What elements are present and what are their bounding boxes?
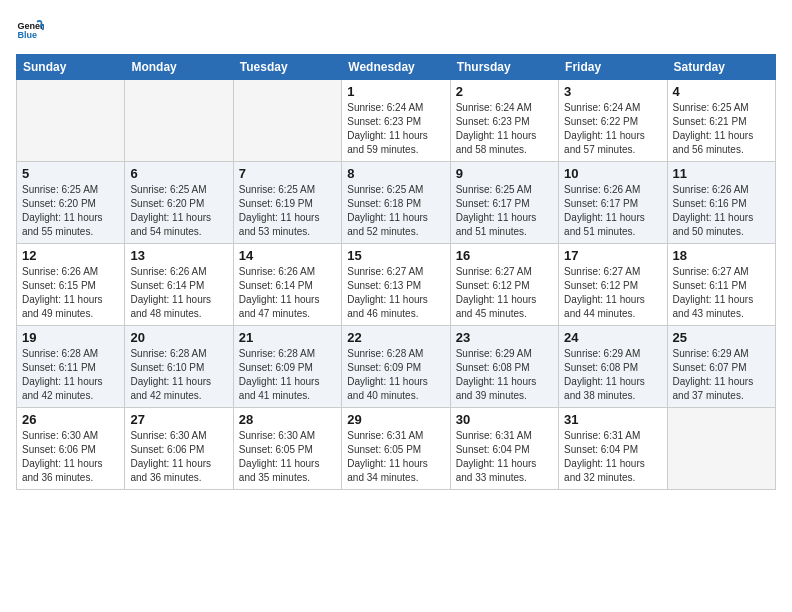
day-number: 28 (239, 412, 336, 427)
calendar-week-row: 1Sunrise: 6:24 AMSunset: 6:23 PMDaylight… (17, 80, 776, 162)
day-number: 15 (347, 248, 444, 263)
day-number: 23 (456, 330, 553, 345)
day-info: Sunrise: 6:30 AMSunset: 6:06 PMDaylight:… (130, 429, 227, 485)
calendar-day-cell: 17Sunrise: 6:27 AMSunset: 6:12 PMDayligh… (559, 244, 667, 326)
day-info: Sunrise: 6:28 AMSunset: 6:09 PMDaylight:… (347, 347, 444, 403)
day-info: Sunrise: 6:31 AMSunset: 6:05 PMDaylight:… (347, 429, 444, 485)
day-info: Sunrise: 6:29 AMSunset: 6:08 PMDaylight:… (564, 347, 661, 403)
day-info: Sunrise: 6:24 AMSunset: 6:23 PMDaylight:… (456, 101, 553, 157)
day-info: Sunrise: 6:29 AMSunset: 6:08 PMDaylight:… (456, 347, 553, 403)
day-number: 30 (456, 412, 553, 427)
day-number: 7 (239, 166, 336, 181)
day-number: 21 (239, 330, 336, 345)
day-info: Sunrise: 6:26 AMSunset: 6:15 PMDaylight:… (22, 265, 119, 321)
day-info: Sunrise: 6:25 AMSunset: 6:21 PMDaylight:… (673, 101, 770, 157)
day-info: Sunrise: 6:27 AMSunset: 6:13 PMDaylight:… (347, 265, 444, 321)
day-number: 17 (564, 248, 661, 263)
logo: General Blue (16, 16, 48, 44)
calendar-day-cell: 20Sunrise: 6:28 AMSunset: 6:10 PMDayligh… (125, 326, 233, 408)
day-info: Sunrise: 6:24 AMSunset: 6:23 PMDaylight:… (347, 101, 444, 157)
day-number: 8 (347, 166, 444, 181)
calendar-day-cell: 21Sunrise: 6:28 AMSunset: 6:09 PMDayligh… (233, 326, 341, 408)
svg-text:General: General (17, 21, 44, 31)
calendar-day-cell (667, 408, 775, 490)
day-number: 29 (347, 412, 444, 427)
weekday-header: Tuesday (233, 55, 341, 80)
day-number: 9 (456, 166, 553, 181)
day-info: Sunrise: 6:30 AMSunset: 6:06 PMDaylight:… (22, 429, 119, 485)
day-number: 14 (239, 248, 336, 263)
day-info: Sunrise: 6:29 AMSunset: 6:07 PMDaylight:… (673, 347, 770, 403)
day-info: Sunrise: 6:25 AMSunset: 6:20 PMDaylight:… (22, 183, 119, 239)
calendar-day-cell: 5Sunrise: 6:25 AMSunset: 6:20 PMDaylight… (17, 162, 125, 244)
calendar-week-row: 26Sunrise: 6:30 AMSunset: 6:06 PMDayligh… (17, 408, 776, 490)
calendar-day-cell: 28Sunrise: 6:30 AMSunset: 6:05 PMDayligh… (233, 408, 341, 490)
calendar-day-cell: 24Sunrise: 6:29 AMSunset: 6:08 PMDayligh… (559, 326, 667, 408)
day-number: 5 (22, 166, 119, 181)
calendar-day-cell: 3Sunrise: 6:24 AMSunset: 6:22 PMDaylight… (559, 80, 667, 162)
day-number: 6 (130, 166, 227, 181)
calendar-day-cell: 9Sunrise: 6:25 AMSunset: 6:17 PMDaylight… (450, 162, 558, 244)
day-number: 27 (130, 412, 227, 427)
day-number: 18 (673, 248, 770, 263)
calendar-day-cell: 8Sunrise: 6:25 AMSunset: 6:18 PMDaylight… (342, 162, 450, 244)
day-number: 25 (673, 330, 770, 345)
calendar-week-row: 12Sunrise: 6:26 AMSunset: 6:15 PMDayligh… (17, 244, 776, 326)
day-info: Sunrise: 6:27 AMSunset: 6:12 PMDaylight:… (564, 265, 661, 321)
day-number: 1 (347, 84, 444, 99)
day-number: 19 (22, 330, 119, 345)
day-number: 4 (673, 84, 770, 99)
day-number: 10 (564, 166, 661, 181)
calendar-day-cell: 10Sunrise: 6:26 AMSunset: 6:17 PMDayligh… (559, 162, 667, 244)
day-info: Sunrise: 6:25 AMSunset: 6:18 PMDaylight:… (347, 183, 444, 239)
calendar-week-row: 5Sunrise: 6:25 AMSunset: 6:20 PMDaylight… (17, 162, 776, 244)
calendar-day-cell (125, 80, 233, 162)
calendar-day-cell: 6Sunrise: 6:25 AMSunset: 6:20 PMDaylight… (125, 162, 233, 244)
day-info: Sunrise: 6:28 AMSunset: 6:09 PMDaylight:… (239, 347, 336, 403)
calendar-day-cell (17, 80, 125, 162)
weekday-header: Monday (125, 55, 233, 80)
weekday-header: Friday (559, 55, 667, 80)
calendar-day-cell: 29Sunrise: 6:31 AMSunset: 6:05 PMDayligh… (342, 408, 450, 490)
day-info: Sunrise: 6:26 AMSunset: 6:16 PMDaylight:… (673, 183, 770, 239)
calendar-day-cell: 11Sunrise: 6:26 AMSunset: 6:16 PMDayligh… (667, 162, 775, 244)
calendar-day-cell (233, 80, 341, 162)
calendar-day-cell: 12Sunrise: 6:26 AMSunset: 6:15 PMDayligh… (17, 244, 125, 326)
weekday-header: Saturday (667, 55, 775, 80)
calendar-day-cell: 13Sunrise: 6:26 AMSunset: 6:14 PMDayligh… (125, 244, 233, 326)
calendar-day-cell: 7Sunrise: 6:25 AMSunset: 6:19 PMDaylight… (233, 162, 341, 244)
calendar-week-row: 19Sunrise: 6:28 AMSunset: 6:11 PMDayligh… (17, 326, 776, 408)
calendar-day-cell: 2Sunrise: 6:24 AMSunset: 6:23 PMDaylight… (450, 80, 558, 162)
calendar-day-cell: 19Sunrise: 6:28 AMSunset: 6:11 PMDayligh… (17, 326, 125, 408)
calendar-day-cell: 27Sunrise: 6:30 AMSunset: 6:06 PMDayligh… (125, 408, 233, 490)
calendar-day-cell: 26Sunrise: 6:30 AMSunset: 6:06 PMDayligh… (17, 408, 125, 490)
day-info: Sunrise: 6:26 AMSunset: 6:14 PMDaylight:… (239, 265, 336, 321)
day-number: 31 (564, 412, 661, 427)
calendar-day-cell: 30Sunrise: 6:31 AMSunset: 6:04 PMDayligh… (450, 408, 558, 490)
day-number: 16 (456, 248, 553, 263)
day-number: 11 (673, 166, 770, 181)
day-info: Sunrise: 6:26 AMSunset: 6:14 PMDaylight:… (130, 265, 227, 321)
svg-text:Blue: Blue (17, 30, 37, 40)
calendar-day-cell: 31Sunrise: 6:31 AMSunset: 6:04 PMDayligh… (559, 408, 667, 490)
calendar-day-cell: 1Sunrise: 6:24 AMSunset: 6:23 PMDaylight… (342, 80, 450, 162)
day-info: Sunrise: 6:28 AMSunset: 6:11 PMDaylight:… (22, 347, 119, 403)
day-number: 26 (22, 412, 119, 427)
calendar-table: SundayMondayTuesdayWednesdayThursdayFrid… (16, 54, 776, 490)
calendar-day-cell: 22Sunrise: 6:28 AMSunset: 6:09 PMDayligh… (342, 326, 450, 408)
day-number: 20 (130, 330, 227, 345)
page-header: General Blue (16, 16, 776, 44)
weekday-header: Sunday (17, 55, 125, 80)
weekday-header-row: SundayMondayTuesdayWednesdayThursdayFrid… (17, 55, 776, 80)
day-number: 13 (130, 248, 227, 263)
day-number: 3 (564, 84, 661, 99)
day-info: Sunrise: 6:30 AMSunset: 6:05 PMDaylight:… (239, 429, 336, 485)
day-info: Sunrise: 6:27 AMSunset: 6:11 PMDaylight:… (673, 265, 770, 321)
day-info: Sunrise: 6:25 AMSunset: 6:20 PMDaylight:… (130, 183, 227, 239)
day-number: 24 (564, 330, 661, 345)
day-info: Sunrise: 6:31 AMSunset: 6:04 PMDaylight:… (564, 429, 661, 485)
day-number: 22 (347, 330, 444, 345)
day-info: Sunrise: 6:25 AMSunset: 6:19 PMDaylight:… (239, 183, 336, 239)
day-info: Sunrise: 6:31 AMSunset: 6:04 PMDaylight:… (456, 429, 553, 485)
calendar-day-cell: 14Sunrise: 6:26 AMSunset: 6:14 PMDayligh… (233, 244, 341, 326)
